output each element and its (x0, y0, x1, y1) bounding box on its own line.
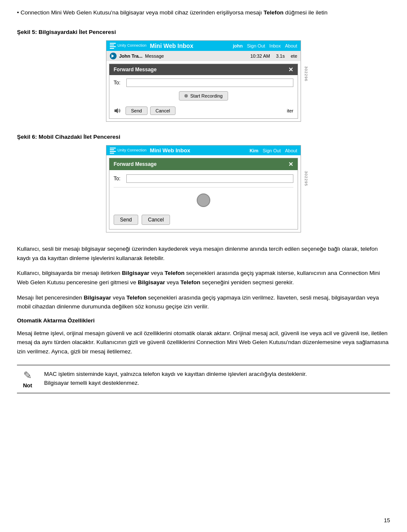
mobile-record-area (114, 193, 293, 207)
send-button-desktop[interactable]: Send (125, 106, 148, 115)
body-para-1-text: Kullanıcı, sesli bir mesajı bilgisayar s… (17, 246, 378, 261)
body-para-3: Mesajı İlet penceresinden Bilgisayar vey… (17, 293, 390, 311)
rec-circle-icon (184, 94, 188, 98)
mobile-record-button[interactable] (197, 193, 210, 207)
iter-label-desktop: iter (287, 108, 293, 113)
forward-header-desktop: Forward Message ✕ (109, 64, 298, 75)
cisco-nav-desktop: john Sign Out Inbox About (233, 43, 297, 48)
forward-dialog-desktop: Forward Message ✕ To: Start Recording (109, 64, 298, 119)
cisco-brand-text-mobile: Unity Connection (117, 148, 147, 153)
cisco-ui-mobile: Unity Connection Mini Web Inbox Kim Sign… (106, 145, 301, 232)
inbox-link-desktop[interactable]: Inbox (269, 43, 281, 48)
cisco-username-mobile: Kim (250, 148, 259, 153)
cisco-title-mobile: Mini Web Inbox (150, 147, 190, 154)
otomatik-para-1: Mesaj iletme işlevi, orijinal mesajın gü… (17, 329, 390, 356)
unity-label: Unity Connection (117, 44, 147, 48)
bold-bilgisayar-1: Bilgisayar (122, 270, 150, 276)
forward-actions-desktop: Send Cancel iter (114, 105, 293, 115)
about-link-mobile[interactable]: About (285, 148, 297, 153)
about-link-desktop[interactable]: About (285, 43, 297, 48)
topbar-desktop: Unity Connection Mini Web Inbox john Sig… (106, 41, 301, 51)
section5-heading: Şekil 5: Bilgisayardaki İlet Penceresi (17, 29, 390, 35)
to-label-mobile: To: (114, 176, 124, 182)
forward-title-desktop: Forward Message (114, 67, 156, 73)
cisco-ui-desktop: Unity Connection Mini Web Inbox john Sig… (106, 40, 301, 122)
to-label-desktop: To: (114, 80, 124, 86)
note-text-content: MAC işletim sisteminde kayıt, yalnızca t… (44, 370, 307, 388)
forward-close-desktop[interactable]: ✕ (288, 66, 293, 73)
cisco-logo-bars (110, 43, 116, 49)
start-recording-label: Start Recording (190, 93, 223, 98)
svg-marker-0 (114, 108, 118, 113)
bold-bilgisayar-3: Bilgisayar (84, 294, 112, 301)
watermark-desktop: 302296 (304, 66, 308, 81)
top-para-bold: Telefon (264, 9, 284, 16)
bold-telefon-3: Telefon (126, 294, 146, 301)
signout-link-mobile[interactable]: Sign Out (262, 148, 281, 153)
note-pencil-icon: ✎ (23, 370, 32, 381)
note-section: ✎ Not MAC işletim sisteminde kayıt, yaln… (17, 365, 390, 393)
msg-action-desktop: ete (291, 53, 297, 59)
top-para-after: düğmesi ile iletin (284, 9, 328, 16)
forward-header-mobile: Forward Message ✕ (109, 158, 298, 170)
forward-title-mobile: Forward Message (114, 161, 156, 167)
body-para-1: Kullanıcı, sesli bir mesajı bilgisayar s… (17, 244, 390, 263)
bold-telefon-2: Telefon (180, 279, 200, 286)
start-recording-row: Start Recording (114, 91, 293, 101)
play-button-desktop[interactable] (110, 53, 117, 59)
msg-time-desktop: 10:32 AM (250, 53, 270, 59)
forward-dialog-mobile: Forward Message ✕ To: Send Cancel (109, 158, 298, 230)
forward-body-desktop: To: Start Recording (109, 75, 298, 118)
topbar-mobile: Unity Connection Mini Web Inbox Kim Sign… (106, 146, 301, 155)
bold-bilgisayar-2: Bilgisayar (138, 279, 165, 286)
msg-type-desktop: Message (145, 53, 164, 59)
note-icon-col: ✎ Not (17, 370, 38, 389)
message-row-desktop: John Tra... Message 10:32 AM 3.1s ete (106, 51, 301, 61)
cisco-title-desktop: Mini Web Inbox (150, 42, 193, 49)
screenshot2-wrap: Unity Connection Mini Web Inbox Kim Sign… (17, 145, 390, 232)
forward-body-mobile: To: Send Cancel (109, 170, 298, 229)
unity-label-mobile: Unity Connection (117, 148, 147, 153)
bold-telefon-1: Telefon (164, 270, 184, 276)
start-recording-button[interactable]: Start Recording (179, 91, 228, 101)
page-number: 15 (384, 517, 390, 524)
mobile-actions: Send Cancel (114, 213, 293, 225)
cancel-button-desktop[interactable]: Cancel (150, 106, 176, 115)
cisco-brand-text: Unity Connection (117, 44, 147, 48)
cancel-button-mobile[interactable]: Cancel (142, 215, 170, 225)
msg-duration-desktop: 3.1s (276, 53, 285, 59)
screenshot1-wrap: Unity Connection Mini Web Inbox john Sig… (17, 40, 390, 122)
msg-sender-desktop: John Tra... (119, 53, 142, 59)
top-paragraph: • Connection Mini Web Gelen Kutusu'na bi… (17, 8, 390, 17)
note-line2: Bilgisayar temelli kayıt desteklenmez. (44, 380, 139, 386)
top-para-before: • Connection Mini Web Gelen Kutusu'na bi… (17, 9, 264, 16)
signout-link-desktop[interactable]: Sign Out (247, 43, 265, 48)
watermark-mobile: 302295 (304, 171, 308, 186)
cisco-logo-bars-mobile (110, 148, 116, 154)
otomatik-heading: Otomatik Aktarma Özellikleri (17, 317, 390, 324)
cisco-logo-mobile: Unity Connection (110, 148, 147, 154)
cisco-username-desktop: john (233, 43, 243, 48)
send-button-mobile[interactable]: Send (114, 215, 138, 225)
to-input-mobile[interactable] (126, 174, 293, 183)
mobile-to-row: To: (114, 174, 293, 188)
forward-close-mobile[interactable]: ✕ (288, 161, 293, 168)
cisco-logo: Unity Connection (110, 43, 147, 49)
note-line1: MAC işletim sisteminde kayıt, yalnızca t… (44, 371, 307, 377)
body-para-2: Kullanıcı, bilgisayarda bir mesajı ileti… (17, 269, 390, 287)
section6-heading: Şekil 6: Mobil Cihazdaki İlet Penceresi (17, 134, 390, 140)
note-label: Not (23, 382, 32, 389)
cisco-nav-mobile: Kim Sign Out About (250, 148, 297, 153)
to-input-desktop[interactable] (126, 78, 293, 87)
volume-icon (114, 107, 121, 115)
forward-to-row-desktop: To: (114, 78, 293, 87)
